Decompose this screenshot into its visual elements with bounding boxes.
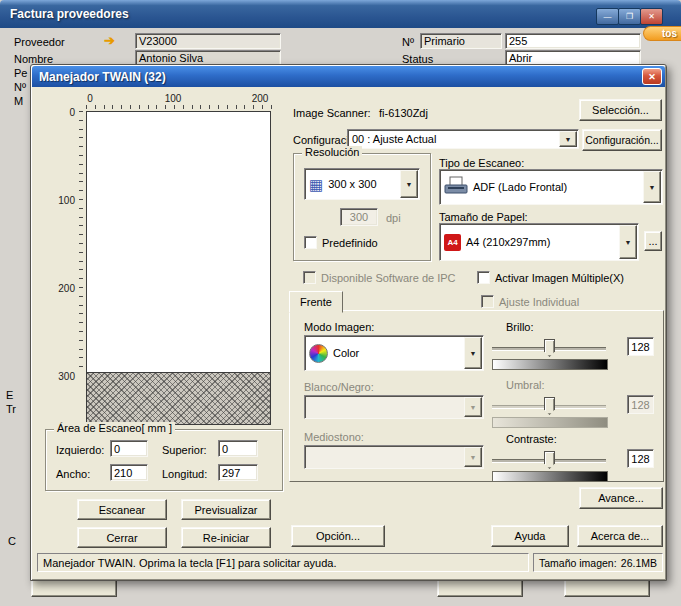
- opcion-button[interactable]: Opción...: [291, 525, 385, 547]
- chevron-down-icon[interactable]: ▼: [400, 170, 418, 198]
- longitud-input[interactable]: 297: [218, 464, 258, 481]
- configuracion-button-label: Configuración...: [585, 134, 659, 146]
- izquierdo-input[interactable]: 0: [110, 440, 148, 457]
- dpi-value: 300: [350, 211, 368, 223]
- resolucion-select[interactable]: ▦ 300 x 300 ▼: [304, 168, 420, 200]
- chevron-down-icon: ▼: [464, 447, 482, 467]
- ruler-v-number: 200: [55, 283, 75, 294]
- main-window-titlebar[interactable]: Factura proveedores: [0, 0, 681, 28]
- ruler-h-number: 0: [78, 93, 102, 104]
- seleccion-label: Selección...: [592, 104, 649, 116]
- multiple-image-label: Activar Imagen Múltiple(X): [495, 272, 624, 284]
- mediostono-select: ▼: [304, 445, 484, 469]
- ayuda-label: Ayuda: [515, 530, 546, 542]
- horizontal-ruler: [86, 105, 272, 109]
- dialog-close-button[interactable]: ✕: [642, 68, 662, 85]
- ipc-checkbox: Disponible Software de IPC: [303, 271, 456, 284]
- tab-frente-label: Frente: [300, 296, 332, 308]
- clipped-label: Nº: [14, 81, 26, 93]
- clipped-label: E: [6, 389, 13, 401]
- multiple-image-checkbox[interactable]: Activar Imagen Múltiple(X): [477, 271, 624, 284]
- scan-preview-page[interactable]: [86, 111, 271, 373]
- avance-label: Avance...: [598, 492, 644, 504]
- resolucion-group-title: Resolución: [302, 146, 362, 158]
- dpi-label: dpi: [386, 212, 401, 224]
- contraste-value-input[interactable]: 128: [627, 449, 654, 468]
- resolucion-group: Resolución ▦ 300 x 300 ▼ 300 dpi Predefi…: [293, 153, 431, 261]
- papel-more-button[interactable]: ...: [644, 231, 662, 251]
- a4-paper-icon: A4: [444, 234, 461, 251]
- configuracion-button[interactable]: Configuración...: [582, 129, 662, 151]
- scan-preview-outside-area: [86, 373, 271, 425]
- longitud-label: Longitud:: [162, 468, 207, 480]
- tab-frente[interactable]: Frente: [289, 291, 343, 313]
- clipped-label: Pe: [14, 67, 27, 79]
- avance-button[interactable]: Avance...: [579, 487, 663, 509]
- numero-tipo-input[interactable]: Primario: [420, 33, 502, 49]
- minimize-button[interactable]: —: [596, 8, 619, 25]
- a4-glyph: A4: [447, 238, 457, 247]
- proveedor-value: V23000: [139, 35, 177, 47]
- chevron-down-icon[interactable]: ▼: [643, 171, 661, 203]
- chevron-down-icon[interactable]: ▼: [464, 337, 482, 369]
- maximize-button[interactable]: ❐: [618, 8, 641, 25]
- twain-dialog-title: Manejador TWAIN (32): [39, 70, 166, 84]
- resolution-glyph: ▦: [309, 176, 323, 193]
- individual-adjust-checkbox: Ajuste Individual: [481, 295, 579, 308]
- previsualizar-button[interactable]: Previsualizar: [181, 499, 271, 520]
- predefinido-checkbox[interactable]: Predefinido: [304, 236, 378, 249]
- configuracion-value: 00 : Ajuste Actual: [352, 133, 436, 145]
- dropdown-glyph: ▼: [649, 184, 656, 191]
- blanco-negro-label: Blanco/Negro:: [304, 381, 374, 393]
- contraste-slider-thumb[interactable]: [544, 451, 555, 469]
- numero-input[interactable]: 255: [505, 33, 641, 49]
- numero-value: 255: [509, 35, 527, 47]
- resolution-icon: ▦: [309, 177, 323, 192]
- modo-imagen-value: Color: [333, 347, 359, 359]
- tamano-papel-label: Tamaño de Papel:: [439, 211, 528, 223]
- papel-more-label: ...: [648, 235, 657, 247]
- ruler-v-number: 100: [55, 195, 75, 206]
- dropdown-glyph: ▼: [470, 404, 477, 411]
- image-size-label: Tamaño imagen:: [539, 557, 617, 569]
- brillo-value-input[interactable]: 128: [627, 337, 654, 356]
- brillo-slider-thumb[interactable]: [544, 339, 555, 357]
- tamano-papel-select[interactable]: A4 A4 (210x297mm) ▼: [439, 223, 639, 261]
- modo-imagen-select[interactable]: Color ▼: [304, 335, 484, 371]
- checkbox-icon: [477, 271, 490, 284]
- escanear-button[interactable]: Escanear: [77, 499, 167, 520]
- clipped-toolbar-button[interactable]: tos: [643, 26, 681, 41]
- seleccion-button[interactable]: Selección...: [579, 99, 662, 121]
- izquierdo-label: Izquierdo:: [56, 444, 104, 456]
- chevron-down-icon[interactable]: ▼: [619, 225, 637, 259]
- dropdown-glyph: ▼: [565, 136, 572, 143]
- minimize-icon: —: [604, 12, 612, 21]
- superior-value: 0: [222, 443, 228, 455]
- umbral-label: Umbral:: [506, 379, 545, 391]
- statusbar-help: Manejador TWAIN. Oprima la tecla [F1] pa…: [37, 553, 529, 572]
- twain-dialog-titlebar[interactable]: Manejador TWAIN (32): [32, 66, 665, 87]
- cerrar-button[interactable]: Cerrar: [77, 527, 167, 548]
- chevron-down-icon[interactable]: ▼: [559, 131, 577, 147]
- superior-input[interactable]: 0: [218, 440, 258, 457]
- clipped-label: Tr: [6, 403, 16, 415]
- contraste-label: Contraste:: [506, 433, 557, 445]
- close-button[interactable]: ✕: [640, 8, 663, 25]
- image-scanner-label: Image Scanner:: [293, 107, 371, 119]
- acerca-button[interactable]: Acerca de...: [577, 525, 663, 547]
- reiniciar-button[interactable]: Re-iniciar: [181, 527, 271, 548]
- proveedor-input[interactable]: V23000: [135, 33, 281, 49]
- modo-imagen-label: Modo Imagen:: [304, 321, 374, 333]
- configuracion-select[interactable]: 00 : Ajuste Actual ▼: [347, 129, 579, 149]
- color-mode-icon: [309, 344, 328, 363]
- twain-dialog: Manejador TWAIN (32) ✕ 0 100 200 0 100 2…: [30, 64, 667, 581]
- resolucion-value: 300 x 300: [328, 178, 376, 190]
- ayuda-button[interactable]: Ayuda: [491, 525, 569, 547]
- dpi-input: 300: [340, 208, 378, 226]
- ancho-input[interactable]: 210: [110, 464, 148, 481]
- ancho-value: 210: [114, 467, 132, 479]
- umbral-value: 128: [631, 399, 649, 411]
- tamano-papel-value: A4 (210x297mm): [466, 236, 550, 248]
- scan-area-group-title: Área de Escaneo[ mm ]: [54, 422, 175, 434]
- tipo-escaneo-select[interactable]: ADF (Lado Frontal) ▼: [439, 169, 663, 205]
